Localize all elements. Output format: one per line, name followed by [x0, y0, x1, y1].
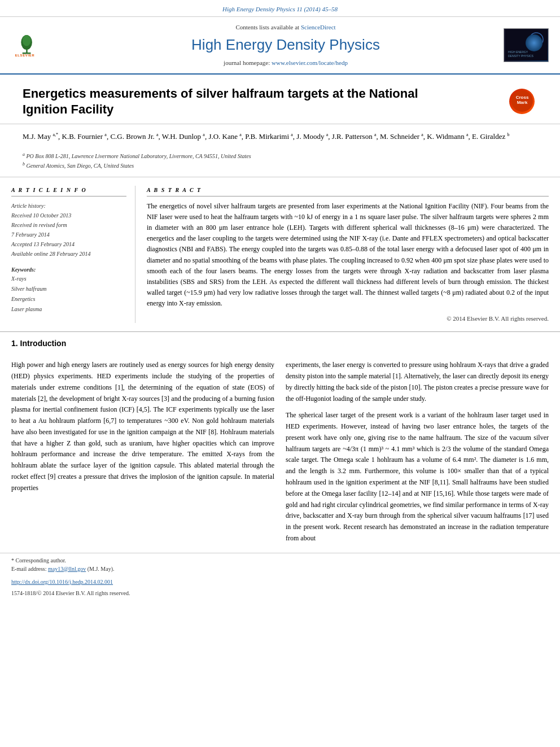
journal-thumb-image: HIGH ENERGY DENSITY PHYSICS — [505, 29, 548, 60]
page: High Energy Density Physics 11 (2014) 45… — [0, 0, 560, 602]
email-link[interactable]: may13@llnl.gov — [48, 566, 86, 572]
available-date: Available online 28 February 2014 — [11, 249, 126, 259]
crossmark-badge[interactable]: Cross Mark — [509, 89, 537, 117]
accepted-date: Accepted 13 February 2014 — [11, 239, 126, 249]
affiliation-b: b General Atomics, San Diego, CA, United… — [23, 161, 537, 171]
elsevier-tree-icon: ELSEVIER — [11, 32, 42, 58]
article-title-section: Energetics measurements of silver halfra… — [0, 75, 560, 124]
intro-title: 1. Introduction — [11, 338, 549, 350]
article-history: Article history: Received 10 October 201… — [11, 201, 126, 259]
keyword-1: X-rays — [11, 274, 126, 284]
svg-text:DENSITY PHYSICS: DENSITY PHYSICS — [508, 54, 534, 58]
svg-point-2 — [23, 35, 31, 46]
article-info-col: A R T I C L E I N F O Article history: R… — [11, 186, 135, 323]
intro-right-para-1: experiments, the laser energy is convert… — [286, 360, 549, 404]
article-info-header: A R T I C L E I N F O — [11, 186, 126, 196]
affiliations: a PO Box 808 L-281, Lawrence Livermore N… — [0, 148, 560, 177]
revised-label: Received in revised form — [11, 220, 126, 230]
homepage-prefix: journal homepage: — [224, 59, 272, 66]
keywords-label: Keywords: — [11, 265, 126, 274]
abstract-header: A B S T R A C T — [147, 186, 549, 196]
journal-thumbnail: HIGH ENERGY DENSITY PHYSICS — [504, 28, 549, 62]
authors-section: M.J. May a,*, K.B. Fournier a, C.G. Brow… — [0, 124, 560, 148]
issn-line: 1574-1818/© 2014 Elsevier B.V. All right… — [0, 588, 560, 602]
doi-line: http://dx.doi.org/10.1016/j.hedp.2014.02… — [0, 576, 560, 588]
intro-left-para: High power and high energy lasers are ro… — [11, 360, 274, 494]
history-label: Article history: — [11, 201, 126, 211]
homepage-url[interactable]: www.elsevier.com/locate/hedp — [272, 59, 348, 66]
homepage-line: journal homepage: www.elsevier.com/locat… — [68, 58, 504, 68]
elsevier-logo: ELSEVIER — [11, 32, 68, 58]
keyword-3: Energetics — [11, 294, 126, 304]
affiliation-a: a PO Box 808 L-281, Lawrence Livermore N… — [23, 151, 537, 161]
article-title: Energetics measurements of silver halfra… — [23, 86, 446, 118]
intro-two-col: High power and high energy lasers are ro… — [0, 360, 560, 550]
keywords-list: X-rays Silver halfraum Energetics Laser … — [11, 274, 126, 314]
abstract-text: The energetics of novel silver halfraum … — [147, 201, 549, 309]
intro-right-para-2: The spherical laser target of the presen… — [286, 410, 549, 544]
svg-point-6 — [530, 33, 543, 46]
keyword-2: Silver halfraum — [11, 284, 126, 294]
email-suffix: (M.J. May). — [88, 566, 115, 572]
svg-text:HIGH ENERGY: HIGH ENERGY — [508, 50, 528, 54]
keyword-4: Laser plasma — [11, 304, 126, 314]
footnote-area: * Corresponding author. E-mail address: … — [0, 553, 560, 576]
journal-citation: High Energy Density Physics 11 (2014) 45… — [222, 6, 338, 12]
footnote-star: * Corresponding author. — [11, 556, 549, 565]
authors-list: M.J. May a,*, K.B. Fournier a, C.G. Brow… — [23, 132, 509, 141]
svg-point-8 — [535, 38, 538, 41]
received-date: Received 10 October 2013 — [11, 211, 126, 220]
intro-right-col: experiments, the laser energy is convert… — [286, 360, 549, 550]
svg-text:Mark: Mark — [517, 100, 527, 105]
intro-left-col: High power and high energy lasers are ro… — [11, 360, 274, 550]
crossmark-icon: Cross Mark — [509, 89, 535, 114]
doi-link[interactable]: http://dx.doi.org/10.1016/j.hedp.2014.02… — [11, 579, 113, 585]
sciencedirect-line: Contents lists available at ScienceDirec… — [68, 23, 504, 32]
copyright-line: © 2014 Elsevier B.V. All rights reserved… — [147, 314, 549, 324]
revised-date: 7 February 2014 — [11, 230, 126, 239]
journal-title: High Energy Density Physics — [68, 34, 504, 56]
header-center: Contents lists available at ScienceDirec… — [68, 23, 504, 68]
email-label: E-mail address: — [11, 566, 48, 572]
journal-top-bar: High Energy Density Physics 11 (2014) 45… — [0, 0, 560, 17]
header-area: ELSEVIER Contents lists available at Sci… — [0, 17, 560, 75]
svg-text:ELSEVIER: ELSEVIER — [15, 54, 35, 57]
footnote-email: E-mail address: may13@llnl.gov (M.J. May… — [11, 565, 549, 573]
svg-point-7 — [532, 36, 540, 43]
body-two-col: A R T I C L E I N F O Article history: R… — [0, 177, 560, 332]
svg-text:Cross: Cross — [515, 95, 528, 100]
sciencedirect-link[interactable]: ScienceDirect — [301, 24, 336, 30]
intro-section: 1. Introduction — [0, 332, 560, 360]
abstract-col: A B S T R A C T The energetics of novel … — [135, 186, 549, 323]
sciencedirect-prefix: Contents lists available at — [235, 24, 300, 30]
